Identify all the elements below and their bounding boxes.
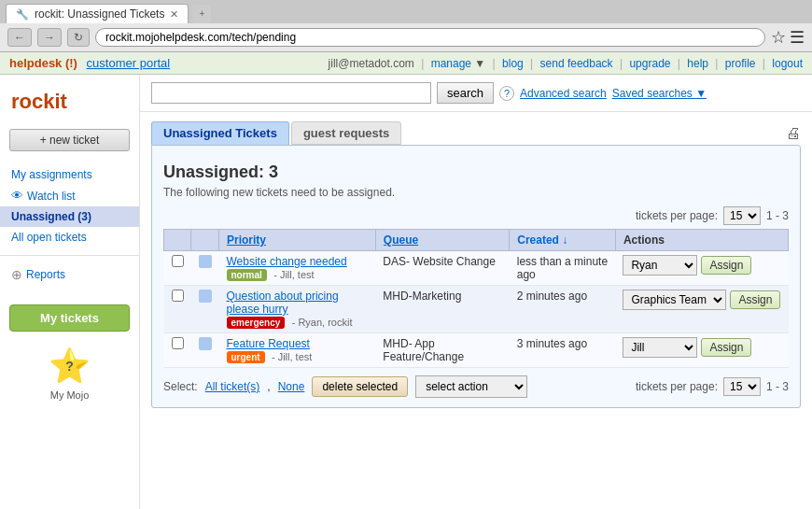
all-tickets-link[interactable]: All ticket(s): [205, 380, 260, 393]
advanced-search-link[interactable]: Advanced search: [520, 87, 607, 100]
pagination-bottom-range: 1 - 3: [766, 380, 789, 393]
row3-checkbox-cell: [164, 333, 191, 368]
col-priority-header[interactable]: Priority: [219, 230, 376, 251]
row3-checkbox[interactable]: [172, 337, 184, 349]
row1-created-cell: less than a minute ago: [510, 251, 616, 286]
row3-queue-cell: MHD- App Feature/Change: [375, 333, 509, 368]
action-select[interactable]: select action: [415, 375, 527, 398]
delete-selected-button[interactable]: delete selected: [312, 376, 408, 397]
star-icon[interactable]: ☆: [771, 27, 786, 48]
row2-checkbox[interactable]: [172, 290, 184, 302]
browser-icons: ☆ ☰: [771, 27, 805, 48]
ticket-type-icon: [199, 290, 212, 303]
row3-assignee-select[interactable]: Jill: [623, 337, 697, 358]
question-mark: ?: [65, 359, 74, 374]
select-label: Select:: [163, 380, 198, 393]
per-page-select-bottom[interactable]: 15: [723, 377, 761, 396]
active-tab[interactable]: 🔧 rockit: Unassigned Tickets ✕: [6, 4, 189, 23]
col-actions-header: Actions: [615, 230, 788, 251]
forward-btn[interactable]: →: [37, 28, 62, 47]
sidebar-nav: My assignments 👁 Watch list Unassigned (…: [0, 161, 139, 290]
row1-queue: DAS- Website Change: [383, 255, 496, 268]
row1-title-link[interactable]: Website change needed: [227, 255, 347, 268]
plus-icon: ⊕: [11, 267, 22, 282]
per-page-select-top[interactable]: 15: [723, 206, 761, 225]
tab-bar: 🔧 rockit: Unassigned Tickets ✕ +: [0, 0, 812, 23]
row3-created-cell: 3 minutes ago: [510, 333, 616, 368]
unassigned-desc: The following new tickets need to be ass…: [163, 186, 789, 199]
feedback-link[interactable]: send feedback: [540, 57, 613, 70]
helpdesk-branding: helpdesk (!) customer portal: [9, 56, 170, 70]
sidebar-item-unassigned[interactable]: Unassigned (3): [0, 206, 139, 227]
row2-assignee-select[interactable]: Graphics Team: [623, 290, 726, 310]
sidebar-watch-list-label: Watch list: [27, 190, 76, 203]
my-tickets-button[interactable]: My tickets: [9, 304, 130, 332]
row2-queue: MHD-Marketing: [383, 290, 461, 303]
new-tab-btn[interactable]: +: [192, 5, 211, 23]
row1-assign-button[interactable]: Assign: [701, 256, 751, 275]
row3-title-link[interactable]: Feature Request: [227, 337, 310, 350]
saved-searches-link[interactable]: Saved searches ▼: [612, 87, 707, 100]
print-icon[interactable]: 🖨: [786, 125, 801, 142]
customer-portal-link[interactable]: customer portal: [87, 56, 171, 70]
row3-badge: urgent: [227, 351, 265, 363]
sidebar-item-all-open[interactable]: All open tickets: [0, 227, 139, 247]
new-ticket-button[interactable]: + new ticket: [9, 129, 130, 151]
col-icon-header: [191, 230, 219, 251]
profile-link[interactable]: profile: [725, 57, 756, 70]
row2-created: 2 minutes ago: [517, 290, 587, 303]
col-checkbox-header: [164, 230, 191, 251]
separator: ,: [267, 380, 270, 393]
row2-created-cell: 2 minutes ago: [510, 286, 616, 333]
my-mojo-section: ⭐ ? My Mojo: [0, 339, 139, 408]
upgrade-link[interactable]: upgrade: [629, 57, 670, 70]
tabs-row: Unassigned Tickets guest requests 🖨: [151, 121, 801, 145]
logout-link[interactable]: logout: [772, 57, 803, 70]
back-btn[interactable]: ←: [7, 28, 32, 47]
row1-checkbox[interactable]: [172, 255, 184, 267]
manage-link[interactable]: manage: [431, 57, 471, 70]
tab-close-btn[interactable]: ✕: [170, 8, 178, 21]
row1-queue-cell: DAS- Website Change: [375, 251, 509, 286]
help-link[interactable]: help: [687, 57, 708, 70]
search-input[interactable]: [151, 82, 431, 104]
search-help-icon[interactable]: ?: [499, 86, 514, 101]
row2-queue-cell: MHD-Marketing: [375, 286, 509, 333]
sidebar-item-reports[interactable]: ⊕ Reports: [0, 263, 139, 286]
tab-unassigned[interactable]: Unassigned Tickets: [151, 121, 289, 145]
none-link[interactable]: None: [278, 380, 305, 393]
row2-title-link[interactable]: Question about pricing please hurry: [227, 290, 339, 316]
row3-actions-cell: Jill Assign: [615, 333, 788, 368]
sidebar-item-watch-list[interactable]: 👁 Watch list: [0, 185, 139, 206]
row3-assign-button[interactable]: Assign: [701, 338, 751, 357]
col-created-header[interactable]: Created ↓: [510, 230, 616, 251]
row2-meta: - Ryan, rockit: [292, 317, 353, 328]
search-button[interactable]: search: [437, 82, 494, 104]
row1-icon-cell: [191, 251, 219, 286]
table-row: Question about pricing please hurry emer…: [164, 286, 789, 333]
col-queue-header[interactable]: Queue: [375, 230, 509, 251]
row1-assignee-select[interactable]: Ryan: [623, 255, 697, 276]
bottom-bar: Select: All ticket(s) , None delete sele…: [163, 368, 789, 398]
app-header: helpdesk (!) customer portal jill@metado…: [0, 52, 812, 75]
table-row: Website change needed normal - Jill, tes…: [164, 251, 789, 286]
row2-assign-cell: Graphics Team Assign: [623, 290, 780, 310]
row3-queue: MHD- App Feature/Change: [383, 337, 464, 363]
row2-assign-button[interactable]: Assign: [730, 290, 780, 309]
tickets-table-header: Priority Queue Created ↓ Actions: [164, 230, 789, 251]
menu-icon[interactable]: ☰: [790, 27, 805, 48]
tab-guest[interactable]: guest requests: [291, 121, 401, 145]
app-logo: rockit: [0, 82, 139, 125]
sidebar-item-my-assignments[interactable]: My assignments: [0, 164, 139, 185]
row2-icon-cell: [191, 286, 219, 333]
tickets-table: Priority Queue Created ↓ Actions: [163, 229, 789, 368]
row1-badge: normal: [227, 269, 267, 281]
row1-checkbox-cell: [164, 251, 191, 286]
refresh-btn[interactable]: ↻: [67, 28, 90, 47]
blog-link[interactable]: blog: [502, 57, 524, 70]
row3-icon-cell: [191, 333, 219, 368]
row2-badge: emergency: [227, 317, 286, 329]
eye-icon: 👁: [11, 189, 23, 203]
url-input[interactable]: [95, 28, 765, 47]
sidebar: rockit + new ticket My assignments 👁 Wat…: [0, 75, 140, 509]
